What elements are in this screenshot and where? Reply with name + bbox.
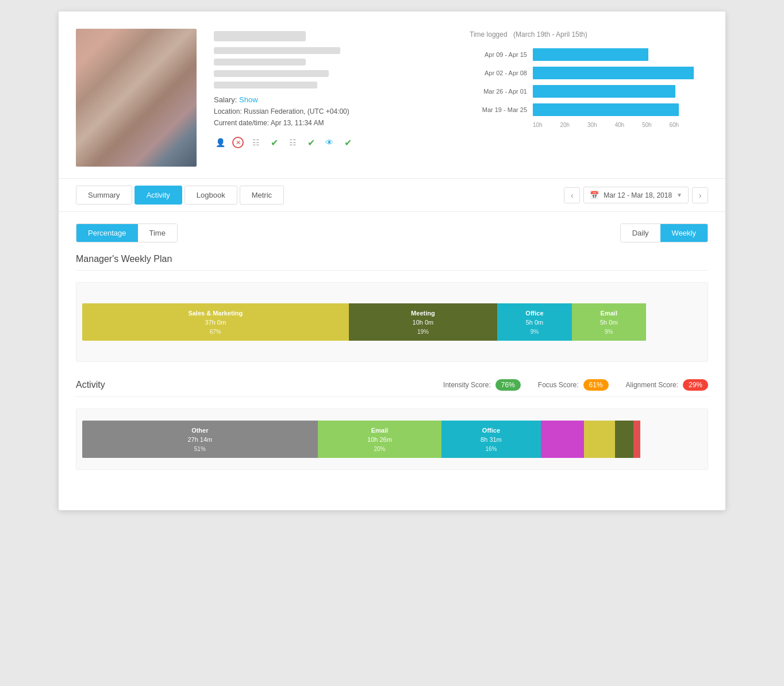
dropdown-arrow-icon: ▼ xyxy=(677,192,682,198)
profile-datetime: Current date/time: Apr 13, 11:34 AM xyxy=(214,119,452,127)
tab-activity[interactable]: Activity xyxy=(134,186,182,205)
prev-period-button[interactable]: ‹ xyxy=(564,187,580,203)
page-wrapper: Salary: Show Location: Russian Federatio… xyxy=(59,11,725,510)
chart-row-1: Apr 02 - Apr 08 xyxy=(470,67,702,79)
profile-icon-table[interactable]: ☷ xyxy=(286,136,299,149)
date-range-label: Mar 12 - Mar 18, 2018 xyxy=(604,191,672,199)
profile-location: Location: Russian Federation, (UTC +04:0… xyxy=(214,107,452,115)
axis-label-5: 60h xyxy=(670,122,697,128)
focus-badge: 61% xyxy=(583,379,609,391)
profile-icon-monitor[interactable]: ☷ xyxy=(249,136,262,149)
avatar-image xyxy=(76,29,197,167)
axis-label-3: 40h xyxy=(615,122,643,128)
chart-bar-3 xyxy=(533,103,679,116)
plan-segment-3: Email 5h 0m 9% xyxy=(572,303,646,341)
chart-row-3: Mar 19 - Mar 25 xyxy=(470,103,702,116)
intensity-badge: 76% xyxy=(495,379,521,391)
chart-label-0: Apr 09 - Apr 15 xyxy=(470,51,527,58)
percentage-toggle[interactable]: Percentage xyxy=(76,224,138,242)
profile-section: Salary: Show Location: Russian Federatio… xyxy=(59,11,725,179)
plan-segment-2: Office 5h 0m 9% xyxy=(497,303,571,341)
chart-bar-1 xyxy=(533,67,694,79)
chart-area: Apr 09 - Apr 15 Apr 02 - Apr 08 Mar 26 -… xyxy=(470,48,708,128)
chart-label-1: Apr 02 - Apr 08 xyxy=(470,70,527,76)
activity-segment-2: Office 8h 31m 16% xyxy=(441,421,540,458)
profile-icon-check-3[interactable]: ✔ xyxy=(341,136,354,149)
weekly-button[interactable]: Weekly xyxy=(660,224,708,242)
profile-icon-check-1[interactable]: ✔ xyxy=(268,136,280,149)
profile-field-2 xyxy=(214,59,306,65)
main-content: Percentage Time Daily Weekly Manager's W… xyxy=(59,212,725,510)
chart-bar-container-0 xyxy=(533,48,702,61)
profile-name-bar xyxy=(214,31,306,41)
calendar-icon: 📅 xyxy=(590,191,599,199)
time-logged-title: Time logged (March 19th - April 15th) xyxy=(470,29,708,39)
profile-field-1 xyxy=(214,47,340,54)
profile-salary: Salary: Show xyxy=(214,95,452,104)
activity-segment-4 xyxy=(584,421,615,458)
bottom-padding xyxy=(76,481,708,499)
tab-logbook[interactable]: Logbook xyxy=(185,186,237,205)
profile-icon-x[interactable]: ✕ xyxy=(232,137,244,148)
chart-bar-container-2 xyxy=(533,85,702,98)
plan-section: Manager's Weekly Plan Sales & Marketing … xyxy=(76,254,708,362)
chart-bar-0 xyxy=(533,48,648,61)
view-type-toggle: Percentage Time xyxy=(76,223,178,242)
activity-segment-6 xyxy=(633,421,640,458)
next-period-button[interactable]: › xyxy=(692,187,708,203)
chart-bar-container-1 xyxy=(533,67,702,79)
axis-label-1: 20h xyxy=(560,122,588,128)
tabs-section: Summary Activity Logbook Metric ‹ 📅 Mar … xyxy=(59,179,725,212)
profile-icon-person[interactable]: 👤 xyxy=(214,136,226,149)
axis-label-0: 10h xyxy=(533,122,560,128)
chart-label-2: Mar 26 - Apr 01 xyxy=(470,88,527,95)
axis-label-4: 50h xyxy=(642,122,670,128)
activity-segment-0: Other 27h 14m 51% xyxy=(82,421,318,458)
activity-header: Activity Intensity Score: 76% Focus Scor… xyxy=(76,379,708,397)
profile-icon-eye[interactable]: 👁 xyxy=(323,136,336,149)
activity-stacked-bar: Other 27h 14m 51% Email 10h 26m 20% Offi… xyxy=(82,421,702,458)
chart-label-3: Mar 19 - Mar 25 xyxy=(470,106,527,113)
time-logged-section: Time logged (March 19th - April 15th) Ap… xyxy=(470,29,708,167)
activity-section: Activity Intensity Score: 76% Focus Scor… xyxy=(76,379,708,470)
chart-axis: 10h 20h 30h 40h 50h 60h xyxy=(533,122,702,128)
plan-title: Manager's Weekly Plan xyxy=(76,254,708,271)
activity-title: Activity xyxy=(76,380,426,390)
toggle-row: Percentage Time Daily Weekly xyxy=(76,223,708,242)
plan-segment-0: Sales & Marketing 37h 0m 67% xyxy=(82,303,349,341)
alignment-score: Alignment Score: 29% xyxy=(626,379,708,391)
profile-info: Salary: Show Location: Russian Federatio… xyxy=(214,29,452,167)
focus-score: Focus Score: 61% xyxy=(538,379,609,391)
tab-metric[interactable]: Metric xyxy=(240,186,284,205)
period-toggle: Daily Weekly xyxy=(620,223,708,242)
tab-summary[interactable]: Summary xyxy=(76,186,132,205)
daily-button[interactable]: Daily xyxy=(621,224,660,242)
avatar xyxy=(76,29,197,167)
activity-segment-5 xyxy=(615,421,633,458)
chart-bar-container-3 xyxy=(533,103,702,116)
chart-row-2: Mar 26 - Apr 01 xyxy=(470,85,702,98)
axis-label-2: 30h xyxy=(587,122,615,128)
plan-segment-1: Meeting 10h 0m 19% xyxy=(349,303,498,341)
activity-segment-3 xyxy=(541,421,584,458)
activity-segment-1: Email 10h 26m 20% xyxy=(318,421,442,458)
time-toggle[interactable]: Time xyxy=(138,224,177,242)
alignment-badge: 29% xyxy=(683,379,708,391)
chart-bar-2 xyxy=(533,85,675,98)
profile-field-4 xyxy=(214,82,317,88)
profile-icon-check-2[interactable]: ✔ xyxy=(305,136,317,149)
intensity-score: Intensity Score: 76% xyxy=(443,379,521,391)
chart-row-0: Apr 09 - Apr 15 xyxy=(470,48,702,61)
profile-field-3 xyxy=(214,70,329,77)
profile-icons: 👤 ✕ ☷ ✔ ☷ ✔ 👁 ✔ xyxy=(214,136,452,149)
date-range-picker[interactable]: 📅 Mar 12 - Mar 18, 2018 ▼ xyxy=(583,187,689,203)
plan-stacked-bar: Sales & Marketing 37h 0m 67% Meeting 10h… xyxy=(82,303,702,341)
tabs-right: ‹ 📅 Mar 12 - Mar 18, 2018 ▼ › xyxy=(564,187,708,203)
salary-show-link[interactable]: Show xyxy=(239,95,258,104)
